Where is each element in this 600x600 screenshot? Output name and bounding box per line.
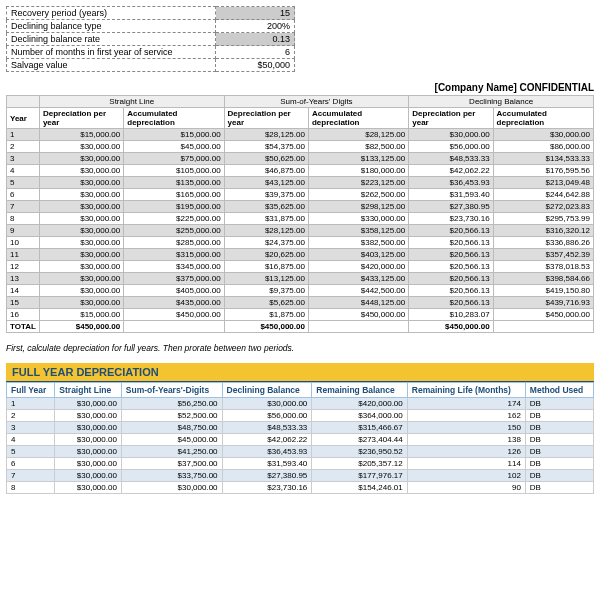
hdr-group: Sum-of-Years' Digits: [224, 96, 409, 108]
table-row: 15$30,000.00$435,000.00$5,625.00$448,125…: [7, 297, 594, 309]
table-row: 11$30,000.00$315,000.00$20,625.00$403,12…: [7, 249, 594, 261]
section-title: FULL YEAR DEPRECIATION: [6, 363, 594, 382]
table-row: 9$30,000.00$255,000.00$28,125.00$358,125…: [7, 225, 594, 237]
depreciation-table: Straight LineSum-of-Years' DigitsDeclini…: [6, 95, 594, 333]
table-row: 8$30,000.00$225,000.00$31,875.00$330,000…: [7, 213, 594, 225]
param-value: 15: [216, 7, 295, 20]
param-label: Recovery period (years): [7, 7, 216, 20]
hdr-group: Straight Line: [39, 96, 224, 108]
param-value: 0.13: [216, 33, 295, 46]
table-row: 16$15,000.00$450,000.00$1,875.00$450,000…: [7, 309, 594, 321]
hdr-col: Accumulated depreciation: [308, 108, 408, 129]
param-value: $50,000: [216, 59, 295, 72]
table-row: 7$30,000.00$195,000.00$35,625.00$298,125…: [7, 201, 594, 213]
param-label: Declining balance rate: [7, 33, 216, 46]
param-label: Declining balance type: [7, 20, 216, 33]
hdr-col: Accumulated depreciation: [124, 108, 224, 129]
full-hdr-col: Straight Line: [55, 383, 122, 398]
hdr-blank: [7, 96, 40, 108]
table-row: 2$30,000.00$52,500.00$56,000.00$364,000.…: [7, 410, 594, 422]
table-row: 3$30,000.00$75,000.00$50,625.00$133,125.…: [7, 153, 594, 165]
table-row: 14$30,000.00$405,000.00$9,375.00$442,500…: [7, 285, 594, 297]
param-label: Salvage value: [7, 59, 216, 72]
full-hdr-col: Remaining Life (Months): [407, 383, 525, 398]
table-row: 13$30,000.00$375,000.00$13,125.00$433,12…: [7, 273, 594, 285]
table-row: 5$30,000.00$135,000.00$43,125.00$223,125…: [7, 177, 594, 189]
table-row: 1$15,000.00$15,000.00$28,125.00$28,125.0…: [7, 129, 594, 141]
hdr-col: Depreciation per year: [224, 108, 308, 129]
full-hdr-col: Method Used: [525, 383, 593, 398]
hdr-col: Depreciation per year: [39, 108, 123, 129]
hdr-col: Accumulated depreciation: [493, 108, 593, 129]
table-row: 3$30,000.00$48,750.00$48,533.33$315,466.…: [7, 422, 594, 434]
table-row: 2$30,000.00$45,000.00$54,375.00$82,500.0…: [7, 141, 594, 153]
hdr-col: Depreciation per year: [409, 108, 493, 129]
table-row: 4$30,000.00$105,000.00$46,875.00$180,000…: [7, 165, 594, 177]
parameters-table: Recovery period (years)15Declining balan…: [6, 6, 295, 72]
param-label: Number of months in first year of servic…: [7, 46, 216, 59]
param-value: 6: [216, 46, 295, 59]
note-text: First, calculate depreciation for full y…: [6, 343, 594, 353]
hdr-group: Declining Balance: [409, 96, 594, 108]
table-row: 8$30,000.00$30,000.00$23,730.16$154,246.…: [7, 482, 594, 494]
table-row: 7$30,000.00$33,750.00$27,380.95$177,976.…: [7, 470, 594, 482]
full-year-table: Full YearStraight LineSum-of-Years'-Digi…: [6, 382, 594, 494]
total-row: TOTAL$450,000.00$450,000.00$450,000.00: [7, 321, 594, 333]
full-hdr-col: Remaining Balance: [312, 383, 407, 398]
table-row: 5$30,000.00$41,250.00$36,453.93$236,950.…: [7, 446, 594, 458]
confidential-label: [Company Name] CONFIDENTIAL: [6, 82, 594, 93]
table-row: 4$30,000.00$45,000.00$42,062.22$273,404.…: [7, 434, 594, 446]
table-row: 12$30,000.00$345,000.00$16,875.00$420,00…: [7, 261, 594, 273]
full-hdr-col: Sum-of-Years'-Digits: [121, 383, 222, 398]
param-value: 200%: [216, 20, 295, 33]
hdr-col: Year: [7, 108, 40, 129]
table-row: 6$30,000.00$37,500.00$31,593.40$205,357.…: [7, 458, 594, 470]
table-row: 1$30,000.00$56,250.00$30,000.00$420,000.…: [7, 398, 594, 410]
full-hdr-col: Full Year: [7, 383, 55, 398]
table-row: 6$30,000.00$165,000.00$39,375.00$262,500…: [7, 189, 594, 201]
full-hdr-col: Declining Balance: [222, 383, 312, 398]
table-row: 10$30,000.00$285,000.00$24,375.00$382,50…: [7, 237, 594, 249]
